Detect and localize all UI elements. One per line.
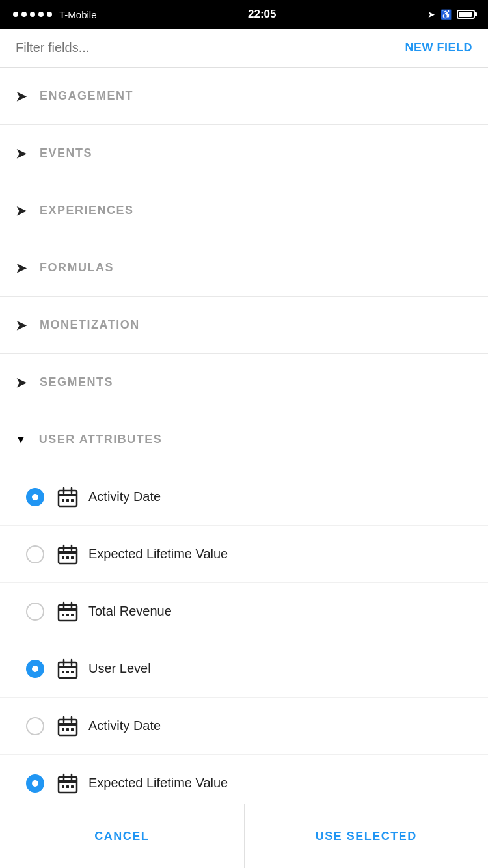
svg-rect-21	[59, 662, 77, 678]
bottom-bar: CANCEL USE SELECTED	[0, 804, 488, 868]
svg-rect-32	[62, 728, 64, 731]
checkbox-expected-lifetime-value-1[interactable]	[26, 545, 44, 563]
calendar-icon	[57, 544, 78, 565]
svg-rect-33	[66, 728, 69, 731]
section-label-segments: SEGMENTS	[40, 375, 113, 389]
location-icon: ➤	[427, 9, 435, 20]
alarm-icon: ♿	[441, 9, 452, 20]
chevron-right-icon: ➤	[16, 260, 27, 276]
svg-rect-28	[59, 720, 77, 735]
status-bar-left: T-Mobile	[13, 9, 97, 20]
section-header-user-attributes[interactable]: ▼ USER ATTRIBUTES	[0, 411, 488, 468]
svg-rect-6	[71, 499, 74, 502]
svg-rect-29	[59, 723, 77, 726]
new-field-button[interactable]: NEW FIELD	[405, 41, 473, 55]
checkbox-activity-date-1[interactable]	[26, 488, 44, 506]
status-bar-right: ➤ ♿	[427, 9, 475, 20]
chevron-right-icon: ➤	[16, 88, 27, 104]
svg-rect-0	[59, 491, 77, 506]
svg-rect-39	[62, 785, 64, 788]
chevron-down-icon: ▼	[16, 434, 26, 446]
list-item[interactable]: Activity Date	[0, 468, 488, 526]
search-bar: NEW FIELD	[0, 29, 488, 68]
section-label-monetization: MONETIZATION	[40, 318, 140, 332]
chevron-right-icon: ➤	[16, 375, 27, 390]
chevron-right-icon: ➤	[16, 318, 27, 333]
svg-rect-5	[66, 499, 69, 502]
calendar-icon	[57, 601, 78, 622]
search-input[interactable]	[16, 40, 405, 55]
svg-rect-34	[71, 728, 74, 731]
svg-rect-25	[62, 671, 64, 673]
section-item-formulas[interactable]: ➤ FORMULAS	[0, 239, 488, 297]
use-selected-button[interactable]: USE SELECTED	[245, 804, 489, 868]
field-label: Activity Date	[88, 489, 161, 504]
section-label-formulas: FORMULAS	[40, 261, 114, 275]
field-label: Expected Lifetime Value	[88, 776, 228, 791]
svg-rect-18	[62, 614, 64, 616]
svg-rect-27	[71, 671, 74, 673]
svg-rect-7	[59, 548, 77, 563]
svg-rect-13	[71, 556, 74, 559]
checkbox-expected-lifetime-value-2[interactable]	[26, 774, 44, 793]
calendar-icon	[57, 773, 78, 794]
svg-rect-20	[71, 614, 74, 616]
svg-rect-41	[71, 785, 74, 788]
calendar-icon	[57, 658, 78, 679]
battery-icon	[457, 10, 475, 19]
checkbox-user-level[interactable]	[26, 660, 44, 678]
svg-rect-36	[59, 780, 77, 783]
svg-rect-35	[59, 777, 77, 793]
section-list: ➤ ENGAGEMENT ➤ EVENTS ➤ EXPERIENCES ➤ FO…	[0, 68, 488, 812]
status-bar: T-Mobile 22:05 ➤ ♿	[0, 0, 488, 29]
status-time: 22:05	[248, 8, 276, 21]
calendar-icon	[57, 716, 78, 737]
section-item-segments[interactable]: ➤ SEGMENTS	[0, 354, 488, 411]
svg-rect-14	[59, 605, 77, 621]
svg-rect-19	[66, 614, 69, 616]
checkbox-activity-date-2[interactable]	[26, 717, 44, 735]
list-item[interactable]: Expected Lifetime Value	[0, 526, 488, 583]
svg-rect-8	[59, 551, 77, 554]
svg-rect-22	[59, 666, 77, 668]
chevron-right-icon: ➤	[16, 203, 27, 219]
section-item-experiences[interactable]: ➤ EXPERIENCES	[0, 182, 488, 239]
expanded-section-user-attributes: ▼ USER ATTRIBUTES Activity Date	[0, 411, 488, 812]
svg-rect-40	[66, 785, 69, 788]
svg-rect-11	[62, 556, 64, 559]
list-item[interactable]: User Level	[0, 640, 488, 698]
list-item[interactable]: Total Revenue	[0, 583, 488, 640]
calendar-icon	[57, 487, 78, 508]
field-label: Total Revenue	[88, 604, 172, 619]
section-item-engagement[interactable]: ➤ ENGAGEMENT	[0, 68, 488, 125]
section-label-engagement: ENGAGEMENT	[40, 89, 133, 103]
section-item-events[interactable]: ➤ EVENTS	[0, 125, 488, 182]
checkbox-total-revenue[interactable]	[26, 603, 44, 621]
svg-rect-15	[59, 608, 77, 611]
section-label-experiences: EXPERIENCES	[40, 204, 134, 217]
carrier-label: T-Mobile	[59, 9, 97, 20]
svg-rect-4	[62, 499, 64, 502]
svg-rect-26	[66, 671, 69, 673]
section-label-events: EVENTS	[40, 146, 92, 160]
section-item-monetization[interactable]: ➤ MONETIZATION	[0, 297, 488, 354]
field-label: User Level	[88, 661, 151, 676]
signal-dots	[13, 12, 52, 17]
list-item[interactable]: Activity Date	[0, 698, 488, 755]
svg-rect-1	[59, 494, 77, 496]
cancel-button[interactable]: CANCEL	[0, 804, 245, 868]
field-label: Expected Lifetime Value	[88, 547, 228, 562]
chevron-right-icon: ➤	[16, 146, 27, 161]
section-label-user-attributes: USER ATTRIBUTES	[39, 433, 163, 446]
field-label: Activity Date	[88, 718, 161, 733]
svg-rect-12	[66, 556, 69, 559]
